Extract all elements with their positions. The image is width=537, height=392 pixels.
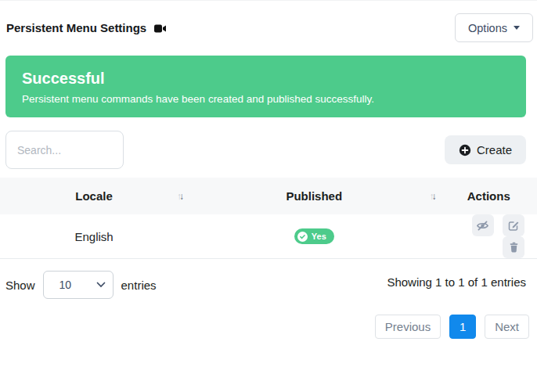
alert-message: Persistent menu commands have been creat… [22,92,510,106]
locale-cell: English [0,214,188,259]
column-header-locale-label: Locale [75,189,113,203]
plus-circle-icon [459,144,471,156]
options-button[interactable]: Options [455,13,533,42]
table-toolbar: Create [5,131,526,169]
locales-table: Locale ↑↓ Published ↑↓ Actions English [0,178,537,259]
published-status-label: Yes [312,232,326,241]
published-cell: Yes [188,214,440,259]
success-alert: Successful Persistent menu commands have… [5,56,526,117]
previous-page-button[interactable]: Previous [375,315,441,339]
persistent-menu-settings-page: Persistent Menu Settings Options Success… [0,1,537,392]
check-circle-icon [297,232,308,242]
create-button[interactable]: Create [445,135,526,164]
show-label: Show [5,279,35,292]
options-button-label: Options [468,22,507,34]
table-row: English Yes [0,214,537,259]
create-button-label: Create [477,143,512,156]
page-size-control: Show 10 entries [5,271,157,299]
page-title: Persistent Menu Settings [6,21,146,34]
column-header-locale[interactable]: Locale ↑↓ [0,178,188,214]
page-size-select[interactable]: 10 [43,271,114,299]
table-header-row: Locale ↑↓ Published ↑↓ Actions [0,178,537,214]
table-footer: Show 10 entries Showing 1 to 1 of 1 entr… [5,271,526,299]
pagination: Previous 1 Next [0,315,529,339]
delete-button[interactable] [503,236,524,258]
hide-button[interactable] [472,214,494,236]
actions-cell [441,214,537,259]
next-page-button[interactable]: Next [485,315,529,339]
edit-icon [507,219,520,232]
column-header-published[interactable]: Published ↑↓ [188,178,440,214]
chevron-down-icon [514,26,520,30]
edit-button[interactable] [503,214,524,236]
column-header-published-label: Published [286,189,342,203]
entries-label: entries [121,279,157,292]
eye-slash-icon [476,219,489,232]
column-header-actions: Actions [441,178,537,214]
sort-icon: ↑↓ [177,191,182,202]
sort-icon: ↑↓ [430,191,434,202]
entries-summary: Showing 1 to 1 of 1 entries [387,275,526,289]
trash-icon [508,241,520,254]
page-size-select-wrap: 10 [43,271,114,299]
column-header-actions-label: Actions [467,189,510,203]
title-wrap: Persistent Menu Settings [6,21,167,34]
published-status-badge: Yes [294,228,334,244]
page-1-button[interactable]: 1 [449,315,476,339]
page-header: Persistent Menu Settings Options [0,1,537,42]
alert-title: Successful [22,68,510,88]
video-camera-icon [154,23,167,34]
search-input[interactable] [5,131,124,169]
